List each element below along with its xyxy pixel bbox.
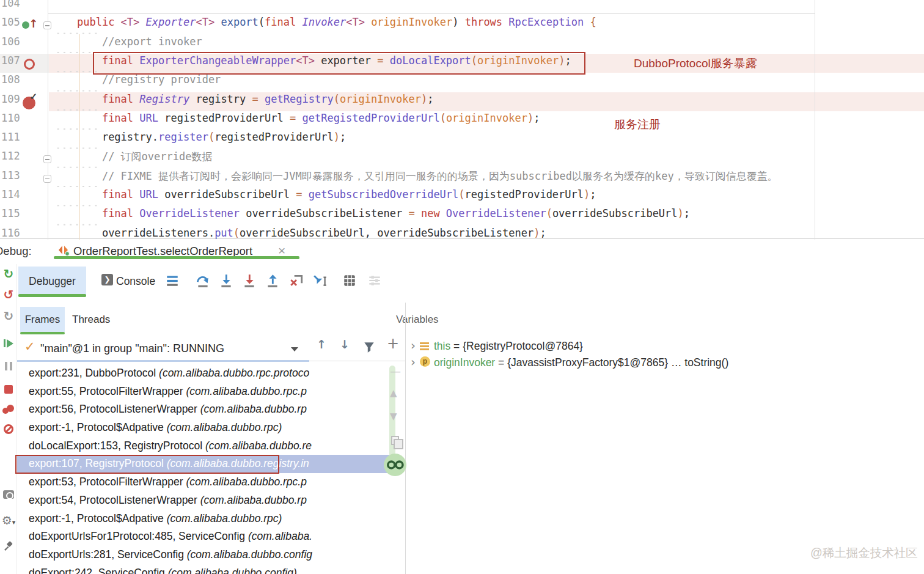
debugger-tab-underline — [18, 294, 86, 297]
code-line: //registry provider — [52, 73, 221, 92]
code-line: registry.register(registedProviderUrl); — [52, 131, 346, 150]
code-line: // FIXME 提供者订阅时，会影响同一JVM即暴露服务，又引用同一服务的的场… — [52, 169, 778, 188]
variable-value: = {JavassistProxyFactory$1@7865} … toStr… — [498, 356, 728, 369]
line-number: 110 — [1, 112, 28, 131]
line-number: 115 — [1, 207, 28, 226]
line-number: 104 — [1, 0, 28, 16]
move-down-icon[interactable]: ↓ — [340, 337, 350, 351]
gutter-separator — [48, 0, 48, 240]
thread-dump-icon[interactable] — [1, 490, 16, 501]
variables-pane-title: Variables — [396, 307, 451, 332]
code-line: final Registry registry = getRegistry(or… — [52, 93, 433, 112]
chevron-right-icon[interactable]: › — [411, 338, 416, 353]
code-line: overrideListeners.put(overrideSubscribeU… — [52, 227, 546, 246]
method-separator — [48, 13, 815, 14]
stack-frame-row[interactable]: export:54, ProtocolListenerWrapper (com.… — [15, 491, 389, 510]
chevron-right-icon[interactable]: › — [411, 355, 416, 369]
line-number: 116 — [1, 227, 28, 246]
thread-selector-underline — [17, 360, 309, 362]
stack-frame-row[interactable]: doExportUrls:281, ServiceConfig (com.ali… — [15, 546, 389, 564]
view-breakpoints-icon[interactable] — [1, 405, 16, 417]
evaluate-expression-icon[interactable] — [342, 273, 357, 288]
scroll-up-icon[interactable]: ▲ — [390, 388, 397, 399]
rerun-failed-tests-icon[interactable]: ↻ — [1, 309, 16, 323]
code-line: final OverrideListener overrideSubscribe… — [52, 207, 690, 226]
toolbar-separator — [16, 264, 17, 574]
thread-selector[interactable]: "main"@1 in group "main": RUNNING — [40, 337, 224, 360]
step-over-icon[interactable] — [196, 273, 210, 288]
layout-settings-icon[interactable] — [367, 273, 382, 288]
line-number: 112 — [1, 150, 28, 169]
editor-right-margin — [815, 0, 815, 240]
variable-value: = {RegistryProtocol@7864} — [453, 340, 583, 352]
chevron-down-icon[interactable] — [291, 347, 298, 351]
run-test-icon — [57, 244, 70, 256]
fold-marker-icon[interactable] — [43, 155, 51, 163]
step-out-icon[interactable] — [265, 273, 280, 288]
scroll-down-icon[interactable]: ▼ — [390, 411, 397, 422]
pin-icon[interactable] — [1, 540, 16, 554]
stop-icon[interactable] — [1, 385, 16, 396]
ide-window: DubboProtocol服务暴露 服务注册 104105↑ public <T… — [0, 0, 924, 574]
console-icon: ❯ — [101, 274, 113, 285]
variable-row[interactable]: this = {RegistryProtocol@7864} — [434, 338, 583, 355]
stack-frame-row[interactable]: export:-1, Protocol$Adpative (com.alibab… — [15, 510, 389, 528]
drop-frame-icon[interactable] — [289, 273, 304, 288]
copy-stack-icon[interactable] — [391, 436, 399, 445]
glasses-icon — [384, 454, 406, 476]
code-line: final URL overrideSubscribeUrl = getSubs… — [52, 188, 596, 207]
add-icon[interactable]: + — [387, 335, 399, 352]
tab-threads[interactable]: Threads — [72, 307, 115, 332]
code-line: public <T> Exporter<T> export(final Invo… — [52, 16, 596, 35]
breakpoint-icon[interactable] — [24, 59, 35, 70]
force-step-into-icon[interactable] — [242, 273, 257, 288]
stop-and-rerun-icon[interactable]: ↺ — [1, 287, 16, 302]
stack-frame-row[interactable]: export:231, DubboProtocol (com.alibaba.d… — [15, 364, 389, 383]
pause-icon[interactable] — [1, 362, 16, 373]
fold-marker-icon[interactable] — [43, 175, 51, 183]
breakpoint-checked-icon[interactable]: ✓ — [23, 97, 35, 109]
show-execution-point-icon[interactable] — [165, 273, 180, 288]
frames-tab-underline — [20, 332, 65, 334]
annotation-box-line-107 — [93, 52, 585, 75]
check-icon: ✓ — [24, 339, 35, 354]
annotation-dubbo-export: DubboProtocol服务暴露 — [634, 56, 757, 72]
tab-debugger[interactable]: Debugger — [18, 267, 86, 296]
override-marker-icon[interactable]: ↑ — [22, 19, 37, 32]
stack-frame-row[interactable]: export:53, ProtocolFilterWrapper (com.al… — [15, 473, 389, 491]
watermark: @稀土掘金技术社区 — [810, 545, 918, 561]
variable-name: this — [434, 340, 450, 352]
mute-breakpoints-icon[interactable] — [1, 424, 16, 436]
stack-frame-row[interactable]: doExport:242, ServiceConfig (com.alibaba… — [15, 564, 389, 574]
tab-console[interactable]: Console — [116, 267, 159, 296]
line-number: 108 — [1, 73, 28, 92]
stack-frame-row[interactable]: export:-1, Protocol$Adpative (com.alibab… — [15, 419, 389, 437]
annotation-box-selected-frame — [15, 455, 279, 474]
session-tab-underline — [54, 256, 299, 259]
line-number: 114 — [1, 188, 28, 207]
filter-icon[interactable] — [362, 340, 376, 354]
tab-frames[interactable]: Frames — [20, 307, 65, 332]
panel-splitter[interactable] — [405, 303, 406, 574]
resume-program-icon[interactable] — [1, 337, 16, 348]
gear-icon[interactable]: ⚙▾ — [1, 513, 16, 528]
stack-frame-row[interactable]: doLocalExport:153, RegistryProtocol (com… — [15, 437, 389, 455]
stack-frame-row[interactable]: export:55, ProtocolFilterWrapper (com.al… — [15, 383, 389, 401]
move-up-icon[interactable]: ↑ — [317, 337, 326, 351]
stack-frame-row[interactable]: doExportUrlsFor1Protocol:485, ServiceCon… — [15, 528, 389, 546]
fold-marker-icon[interactable] — [43, 21, 51, 29]
line-number: 113 — [1, 169, 28, 188]
this-variable-icon — [420, 342, 429, 350]
variable-name: originInvoker — [434, 356, 495, 369]
variable-row[interactable]: originInvoker = {JavassistProxyFactory$1… — [434, 355, 728, 371]
glasses-overlay-button[interactable] — [384, 454, 406, 476]
code-line: // 订阅override数据 — [52, 150, 212, 169]
collapse-icon[interactable]: — — [390, 364, 401, 377]
thread-row-border — [309, 361, 405, 361]
parameter-variable-icon: p — [420, 356, 430, 367]
line-number: 111 — [1, 131, 28, 150]
stack-frame-row[interactable]: export:56, ProtocolListenerWrapper (com.… — [15, 400, 389, 419]
run-to-cursor-icon[interactable] — [313, 273, 328, 288]
rerun-icon[interactable]: ↻ — [1, 267, 16, 281]
step-into-icon[interactable] — [219, 273, 233, 288]
